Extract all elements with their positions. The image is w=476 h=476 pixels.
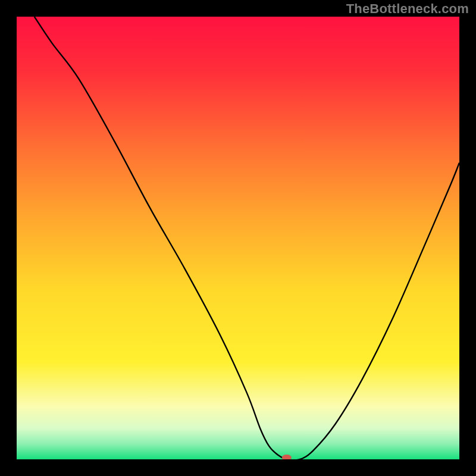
chart-frame: TheBottleneck.com <box>0 0 476 476</box>
chart-background <box>17 17 459 459</box>
plot-area <box>17 17 459 459</box>
watermark-label: TheBottleneck.com <box>346 1 469 17</box>
chart-svg <box>17 17 459 459</box>
